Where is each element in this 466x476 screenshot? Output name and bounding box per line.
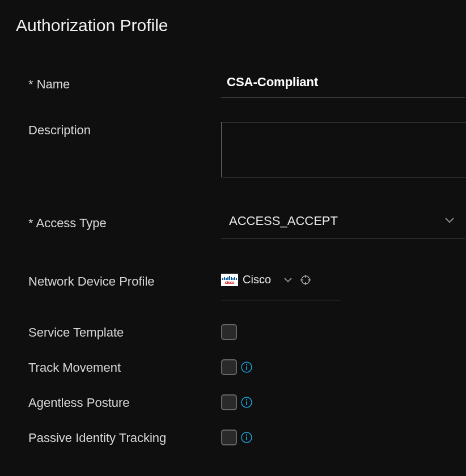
track-movement-label: Track Movement [28, 359, 221, 375]
name-input[interactable] [221, 69, 465, 98]
track-movement-checkbox[interactable] [221, 359, 237, 375]
chevron-down-icon [283, 277, 293, 283]
name-row: * Name [16, 69, 466, 98]
description-textarea[interactable] [221, 122, 466, 177]
info-icon[interactable] [240, 431, 253, 444]
info-icon[interactable] [240, 396, 253, 409]
service-template-label: Service Template [28, 324, 221, 340]
svg-point-6 [246, 364, 247, 365]
svg-point-9 [246, 399, 247, 400]
info-icon[interactable] [240, 361, 253, 373]
access-type-row: * Access Type ACCESS_ACCEPT [16, 206, 466, 239]
description-label: Description [28, 122, 221, 138]
access-type-select[interactable]: ACCESS_ACCEPT [221, 206, 465, 239]
page-title: Authorization Profile [16, 16, 466, 35]
description-row: Description [16, 122, 466, 177]
service-template-checkbox[interactable] [221, 324, 237, 340]
access-type-label: * Access Type [28, 215, 221, 231]
network-device-profile-row: Network Device Profile cisco Cisco [16, 273, 466, 300]
network-device-profile-select[interactable]: cisco Cisco [221, 273, 340, 300]
agentless-posture-checkbox[interactable] [221, 394, 237, 410]
cisco-logo-icon: cisco [221, 274, 238, 286]
svg-point-12 [246, 434, 247, 435]
passive-identity-tracking-label: Passive Identity Tracking [28, 430, 221, 445]
network-device-profile-value: Cisco [243, 273, 271, 286]
service-template-row: Service Template [16, 324, 466, 340]
agentless-posture-label: Agentless Posture [28, 394, 221, 410]
track-movement-row: Track Movement [16, 359, 466, 375]
passive-identity-tracking-row: Passive Identity Tracking [16, 430, 466, 445]
passive-identity-tracking-checkbox[interactable] [221, 430, 237, 445]
network-device-profile-label: Network Device Profile [28, 273, 221, 289]
agentless-posture-row: Agentless Posture [16, 394, 466, 410]
name-label: * Name [28, 69, 221, 92]
target-icon[interactable] [300, 275, 311, 285]
